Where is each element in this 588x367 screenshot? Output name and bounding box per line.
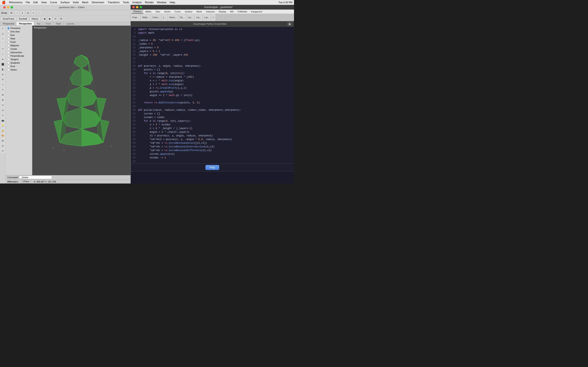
menu-surface[interactable]: Surface (61, 1, 70, 4)
refresh-btn[interactable]: ⟳ (53, 16, 58, 21)
gh-layout-panel[interactable]: L... (162, 14, 168, 21)
menu-file[interactable]: File (26, 1, 30, 4)
snap-tangent[interactable]: Tangent (7, 58, 31, 61)
view-tab-perspective[interactable]: Perspective (17, 22, 34, 25)
select-tool[interactable]: ↖ (0, 26, 5, 31)
snap-end[interactable]: End (7, 33, 31, 37)
command-input[interactable] (19, 176, 52, 179)
rect-tool[interactable]: □ (0, 52, 5, 57)
apple-icon[interactable]: 🍎 (2, 0, 6, 4)
gh-menu-display[interactable]: Display (217, 10, 228, 13)
box-tool[interactable]: ⬛ (0, 62, 5, 67)
snap-near[interactable]: Near (7, 37, 31, 40)
menu-rhinoceros[interactable]: Rhinoceros (9, 1, 22, 4)
gh-max-btn[interactable] (140, 6, 142, 8)
sidebar-toggle-btn[interactable]: ⊟ (59, 16, 63, 21)
array-polar-btn[interactable]: ◎ (26, 10, 30, 15)
gh-layers3-panel[interactable]: Lay... (203, 14, 211, 21)
explode-tool[interactable]: ⊗ (0, 98, 5, 102)
menu-dimension[interactable]: Dimension (92, 1, 104, 4)
gh-menu-mesh[interactable]: Mesh (194, 10, 204, 13)
snap-point[interactable]: Point (7, 40, 31, 44)
gh-close-btn[interactable] (132, 6, 135, 8)
gumball-btn[interactable]: Gumball (17, 17, 29, 21)
menu-render[interactable]: Render (145, 1, 154, 4)
camera-tool[interactable]: 📷 (0, 118, 5, 123)
history-btn[interactable]: History (30, 17, 40, 21)
array-srf-btn[interactable]: ⬚ (36, 10, 42, 15)
gh-menu-vector[interactable]: Vector (162, 10, 173, 13)
hatch-tool[interactable]: ≡ (0, 113, 5, 118)
menu-tools[interactable]: Tools (123, 1, 129, 4)
smarttrack-btn[interactable]: SmartTrack (1, 17, 16, 21)
arc-tool[interactable]: ⌒ (0, 42, 5, 46)
menu-solid[interactable]: Solid (73, 1, 79, 4)
gh-camera-panel[interactable]: Came... (151, 14, 162, 21)
polyline-tool[interactable]: ∠ (0, 31, 5, 36)
gh-menu-params[interactable]: Params (131, 9, 143, 14)
snap-oneshot[interactable]: One shot (7, 30, 31, 33)
snap-midpoint[interactable]: Midpoint (7, 44, 31, 47)
lock-tool[interactable]: 🔒 (0, 128, 5, 133)
freeform-tool[interactable]: 〜 (0, 47, 5, 51)
extra-tool[interactable]: ✦ (0, 149, 5, 153)
circle-tool[interactable]: ○ (0, 36, 5, 41)
snap-knot[interactable]: Knot (7, 65, 31, 68)
view-tab-right[interactable]: Right (53, 22, 64, 25)
gh-menu-wh[interactable]: Wh (228, 10, 236, 13)
snap-intersection[interactable]: Intersection (7, 51, 31, 54)
trim-tool[interactable]: ✂ (0, 87, 5, 92)
gh-menu-curve[interactable]: Curve (173, 10, 182, 13)
menu-mesh[interactable]: Mesh (82, 1, 89, 4)
gh-menu-surface[interactable]: Surface (182, 10, 194, 13)
move-tool[interactable]: ✛ (0, 72, 5, 77)
scale-tool[interactable]: ⤡ (0, 82, 5, 87)
gh-menu-maths[interactable]: Maths (143, 10, 154, 13)
rhino-close-btn[interactable] (3, 6, 6, 8)
rotate-tool[interactable]: ↻ (0, 77, 5, 82)
menu-window[interactable]: Window (157, 1, 166, 4)
gh-project-panel[interactable]: Proje... (131, 14, 141, 21)
gh-menu-pufferfish[interactable]: Pufferfish (236, 10, 249, 13)
rhino-max-btn[interactable] (11, 6, 13, 8)
array-dot-btn[interactable]: ⋯ (15, 10, 19, 15)
script-editor[interactable]: 8import rhinoscriptsyntax as rs9import m… (131, 27, 294, 164)
mirror-tool[interactable]: ⇔ (0, 103, 5, 108)
cplane-btn[interactable]: CPlane (21, 180, 31, 183)
surface-tool[interactable]: ◧ (0, 67, 5, 72)
snap-quadrant[interactable]: Quadrant (7, 61, 31, 64)
gh-min-btn[interactable] (136, 6, 138, 8)
snap-persistent[interactable]: Persistent (7, 26, 31, 30)
snap-center[interactable]: Center (7, 47, 31, 50)
menu-edit[interactable]: Edit (33, 1, 38, 4)
menu-curve[interactable]: Curve (50, 1, 57, 4)
gh-desc-panel[interactable]: De... (178, 14, 186, 21)
gh-layers2-panel[interactable]: Lay... (194, 14, 203, 21)
menu-transform[interactable]: Transform (108, 1, 120, 4)
gh-layers-panel[interactable]: Lay... (186, 14, 195, 21)
grid-icon-btn[interactable]: ⊞ (9, 10, 14, 15)
gh-menu-sets[interactable]: Sets (154, 10, 162, 13)
sphere-tool[interactable]: ● (0, 57, 5, 62)
viewport[interactable]: Perspective Z Y X (32, 26, 130, 175)
gh-wallpaper-panel[interactable]: Wallp... (141, 14, 151, 21)
layer-tool[interactable]: ⊞ (0, 138, 5, 143)
snap-perpendicular[interactable]: Perpendicular (7, 54, 31, 58)
nav-fwd-btn[interactable]: ▶ (48, 16, 52, 21)
menu-view[interactable]: View (41, 1, 47, 4)
gh-add-btn[interactable]: + (211, 14, 216, 21)
view-tab-layouts[interactable]: Layouts... (64, 22, 79, 25)
view-tab-top[interactable]: Top (34, 22, 43, 25)
color-tool[interactable]: 🎨 (0, 133, 5, 138)
snap-vertex[interactable]: Vertex (7, 68, 31, 71)
light-tool[interactable]: 💡 (0, 123, 5, 128)
run-script-btn[interactable]: ▶ (287, 22, 292, 26)
rhino-min-btn[interactable] (7, 6, 9, 8)
menu-analyze[interactable]: Analyze (132, 1, 142, 4)
gh-name-panel[interactable]: Name... (168, 14, 178, 21)
nav-back-btn[interactable]: ◀ (42, 16, 47, 21)
dim-tool[interactable]: ⇲ (0, 108, 5, 113)
view-tab-front[interactable]: Front (43, 22, 53, 25)
join-tool[interactable]: ⊕ (0, 92, 5, 97)
help-button[interactable]: Help (205, 165, 219, 170)
